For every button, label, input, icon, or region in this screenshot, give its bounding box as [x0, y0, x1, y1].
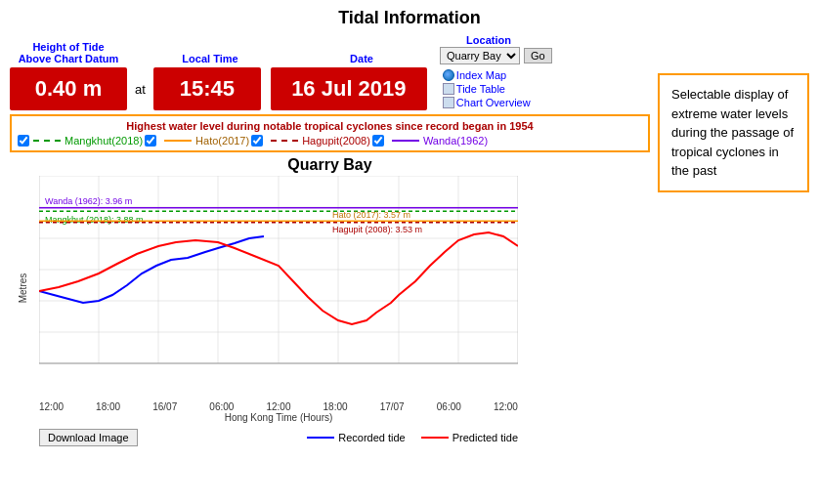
globe-icon: [443, 69, 454, 81]
go-button[interactable]: Go: [524, 48, 552, 63]
page-title: Tidal Information: [10, 8, 809, 28]
chart-title: Quarry Bay: [10, 156, 650, 174]
height-label-line1: Height of Tide: [10, 41, 127, 53]
height-value-box: 0.40 m: [10, 67, 127, 110]
x-axis-labels: 12:00 18:00 16/07 06:00 12:00 18:00 17/0…: [39, 401, 518, 412]
typhoon-item-hagupit[interactable]: Hagupit(2008): [269, 135, 384, 147]
typhoon-label-wanda: Wanda(1962): [423, 135, 488, 147]
typhoon-check-mangkhut2[interactable]: [145, 135, 156, 147]
legend-recorded: Recorded tide: [307, 432, 406, 443]
date-value-box: 16 Jul 2019: [271, 67, 427, 110]
typhoon-item-wanda[interactable]: Wanda(1962): [390, 135, 488, 147]
svg-text:Wanda (1962): 3.96 m: Wanda (1962): 3.96 m: [45, 196, 132, 206]
typhoon-check-hagupit[interactable]: [372, 135, 384, 147]
download-button[interactable]: Download Image: [39, 429, 138, 446]
y-axis-title: Metres: [18, 273, 28, 304]
at-text: at: [135, 82, 146, 97]
typhoon-line-wanda: [392, 140, 419, 142]
chart-icon: [443, 97, 454, 108]
time-label: Local Time: [156, 53, 264, 64]
typhoon-check-mangkhut[interactable]: [18, 135, 29, 147]
typhoon-line-hagupit: [271, 140, 298, 142]
index-map-link[interactable]: Index Map: [443, 69, 531, 81]
typhoon-label-hato: Hato(2017): [195, 135, 249, 147]
typhoon-title: Highest water level during notable tropi…: [18, 120, 642, 132]
location-label: Location: [440, 34, 538, 46]
typhoon-label-hagupit: Hagupit(2008): [302, 135, 370, 147]
typhoon-item-mangkhut[interactable]: Mangkhut(2018): [18, 135, 156, 147]
typhoon-label-mangkhut: Mangkhut(2018): [65, 135, 143, 147]
typhoon-item-hato[interactable]: Hato(2017): [162, 135, 263, 147]
tide-table-link[interactable]: Tide Table: [443, 83, 531, 95]
x-axis-center-label: Hong Kong Time (Hours): [39, 412, 518, 423]
table-icon: [443, 83, 454, 95]
typhoon-check-hato[interactable]: [251, 135, 263, 147]
typhoon-line-mangkhut: [33, 140, 61, 142]
height-label-line2: Above Chart Datum: [10, 53, 127, 64]
typhoon-panel: Highest water level during notable tropi…: [10, 114, 650, 152]
date-label: Date: [283, 53, 440, 64]
legend-predicted: Predicted tide: [421, 432, 518, 443]
tide-chart: 5 4 3 2 1 0 -1: [39, 176, 518, 400]
svg-text:Hato (2017): 3.57 m: Hato (2017): 3.57 m: [332, 210, 410, 220]
typhoon-line-hato: [164, 140, 192, 142]
annotation-box: Selectable display of extreme water leve…: [658, 73, 809, 192]
time-value-box: 15:45: [153, 67, 261, 110]
location-select[interactable]: Quarry Bay: [440, 47, 520, 64]
chart-overview-link[interactable]: Chart Overview: [443, 97, 531, 108]
svg-text:Hagupit (2008): 3.53 m: Hagupit (2008): 3.53 m: [332, 225, 422, 234]
